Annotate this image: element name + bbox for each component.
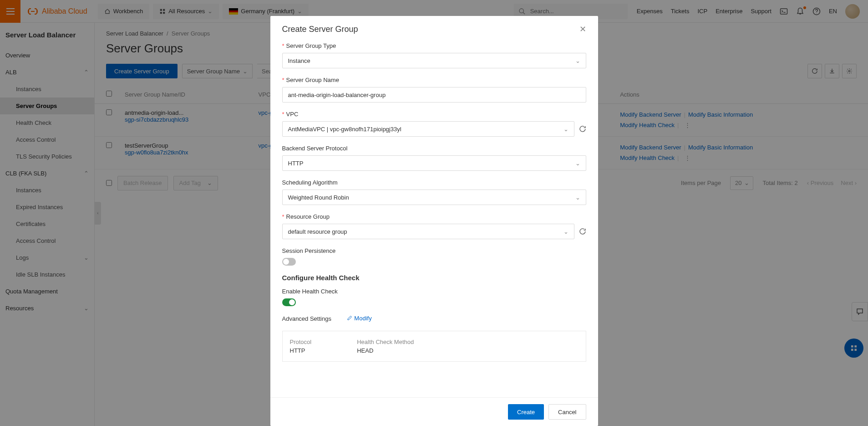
adv-method-label: Health Check Method [357, 339, 414, 345]
scheduling-label: Scheduling Algorithm [282, 179, 586, 186]
enable-health-label: Enable Health Check [282, 288, 586, 295]
resource-group-select[interactable]: default resource group⌄ [282, 224, 574, 239]
name-label: *Server Group Name [282, 77, 586, 83]
protocol-select[interactable]: HTTP⌄ [282, 155, 586, 171]
adv-method-value: HEAD [357, 347, 414, 354]
type-select[interactable]: Instance⌄ [282, 53, 586, 68]
modify-link[interactable]: Modify [347, 315, 371, 322]
chevron-down-icon: ⌄ [563, 126, 569, 133]
modal-body: *Server Group Type Instance⌄ *Server Gro… [270, 42, 598, 397]
modal-header: Create Server Group ✕ [270, 16, 598, 42]
name-input[interactable] [282, 87, 586, 103]
vpc-label: *VPC [282, 111, 586, 118]
resource-group-label: *Resource Group [282, 213, 586, 220]
create-button[interactable]: Create [508, 404, 544, 420]
session-toggle[interactable] [282, 258, 296, 266]
type-label: *Server Group Type [282, 42, 586, 49]
modal-footer: Create Cancel [270, 397, 598, 426]
session-label: Session Persistence [282, 247, 586, 254]
pencil-icon [347, 315, 352, 321]
create-server-group-modal: Create Server Group ✕ *Server Group Type… [270, 16, 598, 426]
health-check-toggle[interactable] [282, 298, 296, 306]
chevron-down-icon: ⌄ [575, 57, 580, 64]
cancel-button[interactable]: Cancel [548, 404, 586, 420]
protocol-label: Backend Server Protocol [282, 145, 586, 152]
vpc-refresh-icon[interactable] [579, 125, 586, 133]
close-icon[interactable]: ✕ [579, 24, 586, 34]
adv-protocol-label: Protocol [290, 339, 312, 345]
modal-title: Create Server Group [282, 25, 358, 34]
chevron-down-icon: ⌄ [563, 228, 569, 235]
health-check-header: Configure Health Check [282, 274, 586, 282]
chevron-down-icon: ⌄ [575, 194, 580, 201]
advanced-settings-label: Advanced Settings [282, 315, 331, 322]
scheduling-select[interactable]: Weighted Round Robin⌄ [282, 190, 586, 205]
chevron-down-icon: ⌄ [575, 160, 580, 167]
advanced-settings-box: Protocol HTTP Health Check Method HEAD [282, 331, 586, 362]
modal-overlay[interactable]: Create Server Group ✕ *Server Group Type… [0, 0, 868, 426]
adv-protocol-value: HTTP [290, 347, 312, 354]
rg-refresh-icon[interactable] [579, 228, 586, 235]
vpc-select[interactable]: AntMediaVPC | vpc-gw8nofh171pioipgj33yl⌄ [282, 121, 574, 137]
